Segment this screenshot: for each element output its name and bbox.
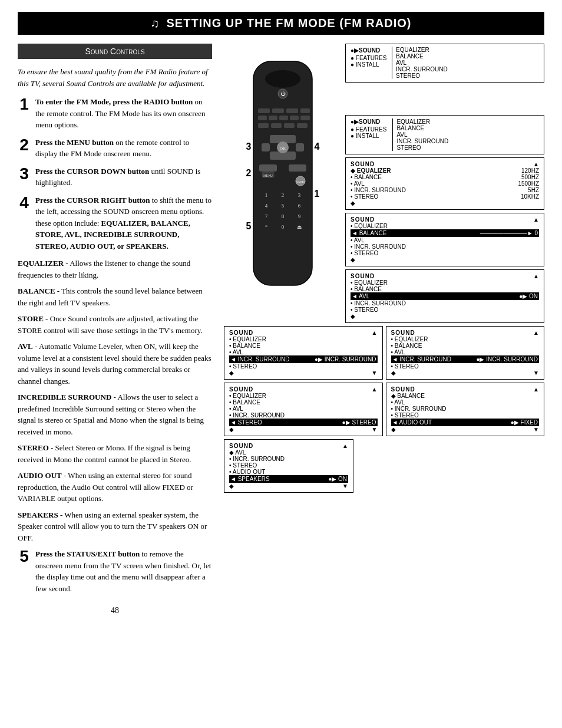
svg-rect-30 <box>279 116 288 120</box>
def-speakers: SPEAKERS - When using an external speake… <box>18 509 212 544</box>
step-2-text: Press the MENU button on the remote cont… <box>35 137 212 160</box>
def-audio-out: AUDIO OUT - When using an external stere… <box>18 470 212 505</box>
step-3-text: Press the CURSOR DOWN button until SOUND… <box>35 166 212 189</box>
def-incredible-surround: INCREDIBLE SURROUND - Allows the user to… <box>18 391 212 437</box>
step-5-number: 5 <box>18 548 31 565</box>
def-equalizer: EQUALIZER - Allows the listener to chang… <box>18 258 212 281</box>
menu-speakers: SOUND ▲ ◆ AVL • INCR. SURROUND • STEREO … <box>224 439 353 493</box>
section-title: Sound Controls <box>18 44 212 59</box>
step-5: 5 Press the STATUS/EXIT button to remove… <box>18 548 212 594</box>
svg-text:1: 1 <box>265 192 268 198</box>
svg-rect-29 <box>269 116 277 120</box>
def-avl: AVL - Automatic Volume Leveler, when ON,… <box>18 341 212 387</box>
music-icon: ♫ <box>151 17 160 30</box>
def-store: STORE - Once Sound controls are adjusted… <box>18 313 212 336</box>
svg-text:4: 4 <box>315 141 320 151</box>
step-4-number: 4 <box>18 195 31 211</box>
svg-rect-6 <box>262 143 270 151</box>
svg-text:*: * <box>265 224 268 230</box>
svg-text:7: 7 <box>265 213 268 219</box>
right-menus-col: ●▶SOUND ● FEATURES ● INSTALL EQUALIZERBA… <box>345 44 544 323</box>
svg-text:RADIO: RADIO <box>296 180 305 183</box>
svg-rect-32 <box>300 116 310 120</box>
page-number: 48 <box>18 606 212 615</box>
svg-rect-31 <box>290 116 299 120</box>
step-2-number: 2 <box>18 137 31 153</box>
right-column: ⏻ OK 1 2 <box>224 44 544 615</box>
step-3-number: 3 <box>18 166 31 182</box>
svg-text:3: 3 <box>246 141 252 151</box>
page-container: ♫ Setting up the FM Mode (FM Radio) Soun… <box>18 12 544 615</box>
menu-balance: SOUND ▲ • EQUALIZER ◄ BALANCE————————► 0… <box>345 213 544 266</box>
def-balance: BALANCE - This controls the sound level … <box>18 285 212 308</box>
menu-sound-main-1: ●▶SOUND ● FEATURES ● INSTALL EQUALIZERBA… <box>345 44 544 83</box>
menu-avl: SOUND ▲ • EQUALIZER • BALANCE ◄ AVL●▶ ON… <box>345 269 544 323</box>
step-2: 2 Press the MENU button on the remote co… <box>18 137 212 160</box>
menu-sound-main-2: ●▶SOUND ● FEATURES ● INSTALL EQUALIZERBA… <box>345 115 544 154</box>
svg-text:2: 2 <box>246 168 252 178</box>
svg-text:2: 2 <box>282 192 285 198</box>
menu-incr-surround-2: SOUND ▲ • EQUALIZER • BALANCE • AVL ◄ IN… <box>386 326 545 380</box>
page-header: ♫ Setting up the FM Mode (FM Radio) <box>18 12 544 35</box>
svg-text:5: 5 <box>282 203 285 209</box>
step-1: 1 To enter the FM Mode, press the RADIO … <box>18 96 212 131</box>
svg-rect-27 <box>300 108 310 113</box>
svg-rect-7 <box>296 143 304 151</box>
left-column: Sound Controls To ensure the best sound … <box>18 44 212 615</box>
svg-rect-10 <box>259 164 277 172</box>
svg-text:3: 3 <box>298 192 301 198</box>
svg-text:6: 6 <box>298 203 301 209</box>
svg-rect-26 <box>286 108 298 113</box>
step-1-text: To enter the FM Mode, press the RADIO bu… <box>35 96 212 131</box>
page-title: Setting up the FM Mode (FM Radio) <box>167 17 412 30</box>
intro-text: To ensure the best sound quality from th… <box>18 66 212 89</box>
svg-rect-11 <box>289 164 306 172</box>
svg-rect-33 <box>258 123 269 128</box>
svg-rect-36 <box>297 123 308 128</box>
step-5-text: Press the STATUS/EXIT button to remove t… <box>35 548 212 594</box>
menu-incr-surround-1: SOUND ▲ • EQUALIZER • BALANCE • AVL ◄ IN… <box>224 326 383 380</box>
svg-text:8: 8 <box>282 213 285 219</box>
svg-text:⏏: ⏏ <box>297 224 302 230</box>
svg-text:MENU: MENU <box>263 174 273 177</box>
svg-rect-34 <box>271 123 282 128</box>
svg-rect-25 <box>272 108 284 113</box>
menu-equalizer: SOUND ▲ ◆ EQUALIZER120HZ • BALANCE500HZ … <box>345 157 544 210</box>
remote-svg: ⏻ OK 1 2 <box>224 44 342 315</box>
svg-text:OK: OK <box>280 146 286 151</box>
menu-stereo: SOUND ▲ • EQUALIZER • BALANCE • AVL • IN… <box>224 383 383 436</box>
step-1-number: 1 <box>18 96 31 113</box>
svg-text:⏻: ⏻ <box>280 91 286 97</box>
def-stereo: STEREO - Select Stereo or Mono. If the s… <box>18 442 212 465</box>
svg-rect-24 <box>258 108 270 113</box>
svg-text:9: 9 <box>298 213 301 219</box>
main-layout: Sound Controls To ensure the best sound … <box>18 44 544 615</box>
menu-audio-out: SOUND ▲ ◆ BALANCE • AVL • INCR. SURROUND… <box>386 383 545 436</box>
svg-text:4: 4 <box>265 203 268 209</box>
svg-text:1: 1 <box>315 189 320 199</box>
remote-diagram: ⏻ OK 1 2 <box>224 44 342 317</box>
svg-point-1 <box>265 70 300 88</box>
step-3: 3 Press the CURSOR DOWN button until SOU… <box>18 166 212 189</box>
step-4-text: Press the CURSOR RIGHT button to shift t… <box>35 195 212 252</box>
svg-text:5: 5 <box>246 221 252 231</box>
svg-rect-35 <box>284 123 295 128</box>
svg-text:0: 0 <box>282 224 285 230</box>
step-4: 4 Press the CURSOR RIGHT button to shift… <box>18 195 212 252</box>
svg-rect-28 <box>258 116 267 120</box>
